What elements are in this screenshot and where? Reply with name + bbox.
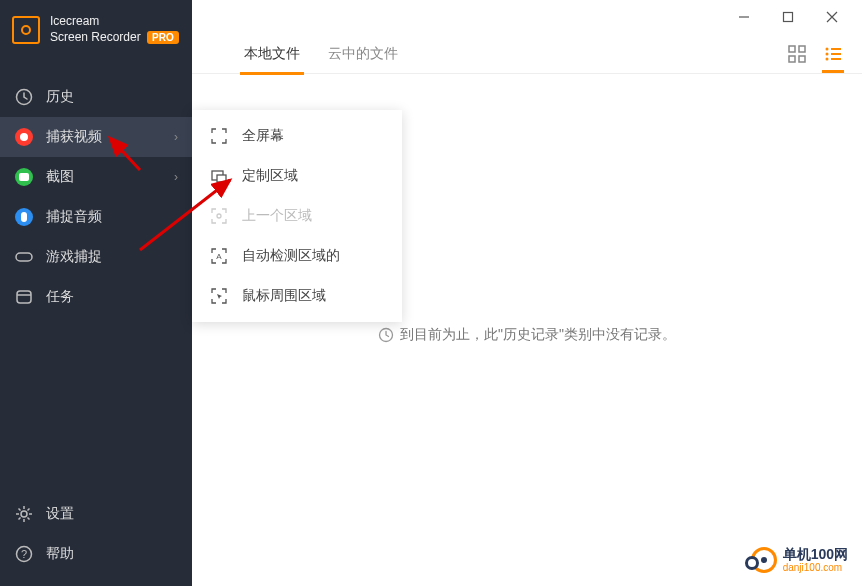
watermark-text: 单机100网 danji100.com [783, 547, 848, 573]
nav-list: 历史 捕获视频 › 截图 › 捕捉音频 游戏捕捉 [0, 77, 192, 494]
view-toggles [788, 45, 842, 63]
grid-view-button[interactable] [788, 45, 806, 63]
sidebar-item-help[interactable]: ? 帮助 [0, 534, 192, 574]
list-view-button[interactable] [824, 45, 842, 63]
submenu-label: 自动检测区域的 [242, 247, 340, 265]
watermark-icon [745, 544, 777, 576]
svg-point-21 [217, 214, 221, 218]
submenu-label: 全屏幕 [242, 127, 284, 145]
clock-icon [378, 327, 394, 343]
microphone-icon [14, 207, 34, 227]
watermark-line1: 单机100网 [783, 547, 848, 562]
svg-point-16 [826, 57, 829, 60]
svg-rect-10 [789, 56, 795, 62]
sidebar-item-settings[interactable]: 设置 [0, 494, 192, 534]
sidebar-item-screenshot[interactable]: 截图 › [0, 157, 192, 197]
submenu-custom-area[interactable]: 定制区域 [192, 156, 402, 196]
sidebar: Icecream Screen Recorder PRO 历史 捕获视频 › 截… [0, 0, 192, 586]
svg-rect-7 [784, 13, 793, 22]
sidebar-item-label: 任务 [46, 288, 74, 306]
svg-text:?: ? [21, 548, 27, 560]
svg-rect-2 [17, 291, 31, 303]
svg-rect-1 [16, 253, 32, 261]
fullscreen-icon [210, 127, 228, 145]
maximize-button[interactable] [766, 2, 810, 32]
watermark: 单机100网 danji100.com [745, 544, 848, 576]
sidebar-item-capture-video[interactable]: 捕获视频 › [0, 117, 192, 157]
sidebar-item-label: 设置 [46, 505, 74, 523]
submenu-around-mouse[interactable]: 鼠标周围区域 [192, 276, 402, 316]
app-name-line1: Icecream [50, 14, 179, 30]
svg-point-12 [826, 47, 829, 50]
sidebar-item-label: 历史 [46, 88, 74, 106]
history-icon [14, 87, 34, 107]
svg-rect-9 [799, 46, 805, 52]
tabs-bar: 本地文件 云中的文件 [192, 34, 862, 74]
sidebar-item-label: 截图 [46, 168, 74, 186]
chevron-right-icon: › [174, 170, 178, 184]
sidebar-item-label: 帮助 [46, 545, 74, 563]
svg-point-3 [21, 511, 27, 517]
app-logo-area: Icecream Screen Recorder PRO [0, 0, 192, 59]
around-mouse-icon [210, 287, 228, 305]
svg-text:A: A [216, 252, 222, 261]
submenu-fullscreen[interactable]: 全屏幕 [192, 116, 402, 156]
sidebar-item-label: 捕捉音频 [46, 208, 102, 226]
titlebar [192, 0, 862, 34]
bottom-nav: 设置 ? 帮助 [0, 494, 192, 586]
gear-icon [14, 504, 34, 524]
minimize-button[interactable] [722, 2, 766, 32]
sidebar-item-label: 游戏捕捉 [46, 248, 102, 266]
sidebar-item-history[interactable]: 历史 [0, 77, 192, 117]
empty-state-message: 到目前为止，此"历史记录"类别中没有记录。 [378, 326, 676, 344]
help-icon: ? [14, 544, 34, 564]
svg-point-14 [826, 52, 829, 55]
tab-label: 云中的文件 [328, 45, 398, 63]
svg-rect-20 [217, 175, 226, 182]
close-button[interactable] [810, 2, 854, 32]
camera-icon [14, 167, 34, 187]
app-name-line2: Screen Recorder PRO [50, 30, 179, 46]
app-logo-icon [12, 16, 40, 44]
auto-detect-icon: A [210, 247, 228, 265]
capture-video-submenu: 全屏幕 定制区域 上一个区域 A 自动检测区域的 鼠标周围区域 [192, 110, 402, 322]
watermark-line2: danji100.com [783, 562, 848, 573]
last-area-icon [210, 207, 228, 225]
tasks-icon [14, 287, 34, 307]
sidebar-item-game-capture[interactable]: 游戏捕捉 [0, 237, 192, 277]
svg-rect-8 [789, 46, 795, 52]
submenu-label: 定制区域 [242, 167, 298, 185]
sidebar-item-capture-audio[interactable]: 捕捉音频 [0, 197, 192, 237]
tab-local-files[interactable]: 本地文件 [230, 34, 314, 74]
gamepad-icon [14, 247, 34, 267]
sidebar-item-label: 捕获视频 [46, 128, 102, 146]
svg-rect-11 [799, 56, 805, 62]
submenu-last-area: 上一个区域 [192, 196, 402, 236]
empty-text: 到目前为止，此"历史记录"类别中没有记录。 [400, 326, 676, 344]
chevron-right-icon: › [174, 130, 178, 144]
submenu-auto-detect[interactable]: A 自动检测区域的 [192, 236, 402, 276]
pro-badge: PRO [147, 31, 179, 44]
tab-label: 本地文件 [244, 45, 300, 63]
submenu-label: 鼠标周围区域 [242, 287, 326, 305]
record-icon [14, 127, 34, 147]
tab-cloud-files[interactable]: 云中的文件 [314, 34, 412, 74]
sidebar-item-tasks[interactable]: 任务 [0, 277, 192, 317]
custom-area-icon [210, 167, 228, 185]
submenu-label: 上一个区域 [242, 207, 312, 225]
app-title: Icecream Screen Recorder PRO [50, 14, 179, 45]
